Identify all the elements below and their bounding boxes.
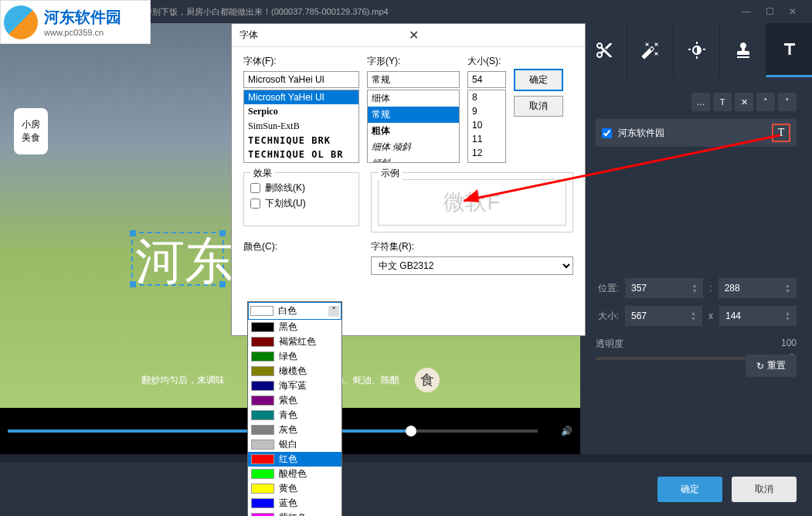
dialog-close-button[interactable]: ✕	[409, 28, 578, 42]
font-option[interactable]: The End.	[244, 161, 358, 163]
font-option[interactable]: TECHNIQUE OL BR	[244, 148, 358, 161]
color-option[interactable]: 海军蓝	[248, 379, 341, 393]
style-option[interactable]: 常规	[368, 107, 459, 123]
style-option[interactable]: 细体	[368, 90, 459, 107]
size-option[interactable]: 10	[468, 118, 505, 132]
dialog-cancel-button[interactable]: 取消	[514, 96, 563, 117]
pos-y-input[interactable]: 288▲▼	[719, 278, 797, 298]
color-option[interactable]: 橄榄色	[248, 364, 341, 379]
move-up-button[interactable]: ˄	[756, 93, 775, 111]
dialog-ok-button[interactable]: 确定	[514, 69, 563, 91]
cut-tool[interactable]	[580, 23, 627, 77]
text-tool[interactable]	[766, 23, 812, 77]
maximize-button[interactable]: ☐	[758, 0, 781, 23]
logo-url: www.pc0359.cn	[44, 28, 121, 37]
size-option[interactable]: 11	[468, 132, 505, 146]
color-option[interactable]: 灰色	[248, 423, 341, 437]
effects-label: 效果	[250, 167, 275, 180]
color-label: 颜色(C):	[243, 240, 359, 253]
minimize-button[interactable]: —	[735, 0, 758, 23]
sample-preview: 微软F	[378, 179, 566, 226]
font-option[interactable]: Serpico	[244, 104, 358, 119]
font-list[interactable]: Microsoft YaHei UISerpicoSimSun-ExtBTECH…	[243, 90, 359, 163]
charset-select[interactable]: 中文 GB2312	[371, 256, 573, 275]
pos-x-input[interactable]: 357▲▼	[625, 278, 703, 298]
font-option[interactable]: SimSun-ExtB	[244, 119, 358, 134]
layer-name: 河东软件园	[618, 127, 772, 140]
color-option[interactable]: 紫红色	[248, 511, 341, 516]
size-option[interactable]: 12	[468, 146, 505, 160]
logo-title: 河东软件园	[44, 7, 121, 28]
style-option[interactable]: 粗体	[368, 123, 459, 139]
watermark-text[interactable]: 河东	[135, 228, 234, 295]
height-input[interactable]: 144▲▼	[719, 306, 797, 326]
color-option[interactable]: 银白	[248, 437, 341, 452]
volume-icon[interactable]: 🔊	[561, 426, 572, 436]
size-option[interactable]: 9	[468, 104, 505, 118]
color-option[interactable]: 褐紫红色	[248, 334, 341, 349]
charset-label: 字符集(R):	[371, 240, 573, 253]
color-option[interactable]: 蓝色	[248, 496, 341, 511]
color-option[interactable]: 黑色	[248, 320, 341, 334]
edit-text-button[interactable]: T	[772, 124, 790, 142]
close-button[interactable]: ✕	[781, 0, 804, 23]
size-option[interactable]: 8	[468, 90, 505, 104]
color-option[interactable]: 紫色	[248, 393, 341, 408]
color-dropdown[interactable]: 白色 ˅ 黑色褐紫红色绿色橄榄色海军蓝紫色青色灰色银白红色酸橙色黄色蓝色紫红色水…	[247, 301, 342, 516]
chef-badge: 小房 美食	[14, 108, 48, 154]
brightness-tool[interactable]	[673, 23, 719, 77]
confirm-button[interactable]: 确定	[657, 477, 722, 502]
style-label: 字形(Y):	[367, 55, 460, 68]
color-option[interactable]: 绿色	[248, 349, 341, 364]
color-option[interactable]: 酸橙色	[248, 467, 341, 481]
font-option[interactable]: Microsoft YaHei UI	[244, 90, 358, 104]
size-label: 大小:	[596, 310, 619, 323]
style-input[interactable]	[367, 71, 460, 88]
layer-visible-checkbox[interactable]	[602, 128, 612, 138]
move-down-button[interactable]: ˅	[778, 93, 797, 111]
reset-button[interactable]: ↻ 重置	[746, 355, 797, 377]
add-text-button[interactable]: T	[713, 93, 732, 111]
underline-checkbox[interactable]: 下划线(U)	[250, 197, 352, 210]
font-label: 字体(F):	[243, 55, 359, 68]
site-logo: 河东软件园 www.pc0359.cn	[0, 0, 151, 44]
font-option[interactable]: TECHNIQUE BRK	[244, 134, 358, 148]
more-button[interactable]: …	[691, 93, 710, 111]
text-layer-item[interactable]: 河东软件园 T	[596, 119, 797, 147]
stamp-tool[interactable]	[719, 23, 766, 77]
cancel-button[interactable]: 取消	[732, 477, 797, 502]
font-input[interactable]	[243, 71, 359, 88]
style-list[interactable]: 细体常规粗体细体 倾斜倾斜粗偏斜体	[367, 90, 460, 163]
size-list[interactable]: 891011121416	[467, 90, 506, 163]
color-option[interactable]: 青色	[248, 408, 341, 423]
opacity-label: 透明度	[596, 338, 623, 349]
size-option[interactable]: 14	[468, 160, 505, 163]
dropdown-arrow-icon: ˅	[328, 306, 339, 317]
opacity-value: 100	[781, 338, 797, 348]
width-input[interactable]: 567▲▼	[625, 306, 702, 326]
delete-button[interactable]: ✕	[735, 93, 753, 111]
style-option[interactable]: 倾斜	[368, 155, 459, 163]
size-input[interactable]	[467, 71, 506, 88]
position-label: 位置:	[596, 282, 619, 295]
strikeout-checkbox[interactable]: 删除线(K)	[250, 182, 352, 195]
color-option[interactable]: 红色	[248, 452, 341, 467]
font-dialog: 字体 ✕ 字体(F): Microsoft YaHei UISerpicoSim…	[231, 23, 586, 336]
magic-tool[interactable]	[627, 23, 673, 77]
style-option[interactable]: 细体 倾斜	[368, 139, 459, 155]
sample-label: 示例	[378, 167, 403, 180]
color-selected[interactable]: 白色 ˅	[248, 302, 341, 320]
size-label: 大小(S):	[467, 55, 506, 68]
color-option[interactable]: 黄色	[248, 481, 341, 496]
dialog-title: 字体	[240, 29, 409, 42]
